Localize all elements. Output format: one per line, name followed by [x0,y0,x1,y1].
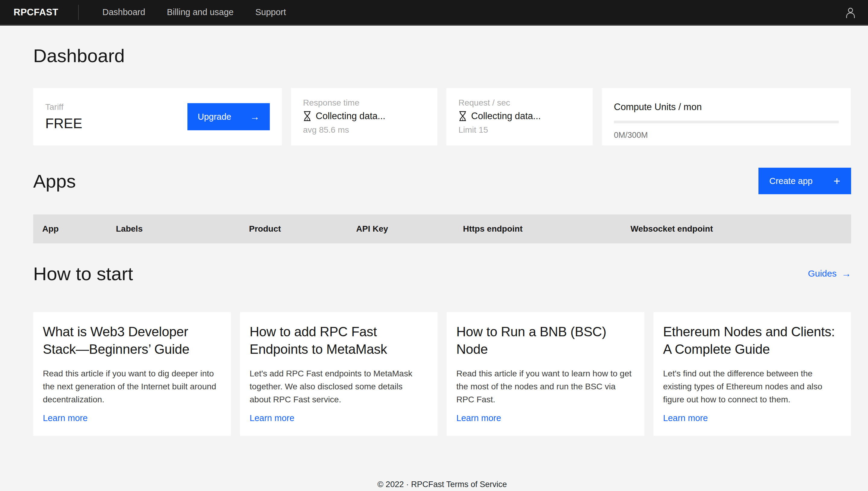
column-header-product: Product [249,224,356,234]
arrow-right-icon: → [250,112,259,121]
articles-row: What is Web3 Developer Stack—Beginners’ … [33,312,851,436]
article-description: Let's add RPC Fast endpoints to MetaMask… [250,367,427,406]
request-sec-sub: Limit 15 [458,124,581,136]
column-header-https-endpoint: Https endpoint [463,224,631,234]
tariff-card: Tariff FREE Upgrade → [33,88,282,145]
learn-more-link[interactable]: Learn more [250,413,427,423]
plus-icon: + [834,175,840,187]
main-content: Dashboard Tariff FREE Upgrade → Response… [0,45,868,489]
top-nav: RPCFAST Dashboard Billing and usage Supp… [0,0,868,26]
guides-link[interactable]: Guides → [808,268,851,279]
learn-more-link[interactable]: Learn more [43,413,220,423]
create-app-button-label: Create app [769,176,813,186]
article-card-ethereum-nodes: Ethereum Nodes and Clients: A Complete G… [653,312,851,436]
footer-copyright[interactable]: © 2022 · RPCFast Terms of Service [33,480,851,489]
request-sec-label: Request / sec [458,97,581,108]
article-title: Ethereum Nodes and Clients: A Complete G… [663,323,840,358]
upgrade-button[interactable]: Upgrade → [188,103,270,130]
response-time-sub: avg 85.6 ms [303,124,425,136]
apps-table-header: App Labels Product API Key Https endpoin… [33,214,851,243]
user-icon [845,7,856,18]
learn-more-link[interactable]: Learn more [456,413,634,423]
article-card-bnb-node: How to Run a BNB (BSC) Node Read this ar… [447,312,644,436]
column-header-app: App [42,224,116,234]
column-header-websocket-endpoint: Websocket endpoint [631,224,851,234]
response-time-status-text: Collecting data... [316,110,385,123]
request-sec-status: Collecting data... [458,110,581,123]
article-card-web3-stack: What is Web3 Developer Stack—Beginners’ … [33,312,231,436]
stats-row: Tariff FREE Upgrade → Response time Coll… [33,88,851,145]
request-sec-card: Request / sec Collecting data... Limit 1… [446,88,593,145]
page-title: Dashboard [33,45,851,67]
response-time-status: Collecting data... [303,110,425,123]
article-title: What is Web3 Developer Stack—Beginners’ … [43,323,220,358]
how-to-start-title: How to start [33,263,133,284]
column-header-api-key: API Key [356,224,463,234]
nav-divider [78,5,79,20]
article-description: Read this article if you want to learn h… [456,367,634,406]
compute-units-label: Compute Units / mon [614,102,839,113]
guides-link-label: Guides [808,268,837,279]
column-header-labels: Labels [116,224,249,234]
nav-items: Dashboard Billing and usage Support [102,7,286,17]
response-time-label: Response time [303,97,425,108]
request-sec-status-text: Collecting data... [471,110,541,123]
arrow-right-icon: → [841,269,851,278]
tariff-label: Tariff [45,102,82,113]
compute-units-usage: 0M/300M [614,131,839,140]
learn-more-link[interactable]: Learn more [663,413,840,423]
compute-units-card: Compute Units / mon 0M/300M [602,88,851,145]
article-title: How to add RPC Fast Endpoints to MetaMas… [250,323,427,358]
response-time-card: Response time Collecting data... avg 85.… [291,88,437,145]
logo[interactable]: RPCFAST [13,7,58,18]
nav-item-billing-and-usage[interactable]: Billing and usage [167,7,233,17]
how-to-start-header: How to start Guides → [33,262,851,285]
apps-title: Apps [33,170,76,192]
create-app-button[interactable]: Create app + [758,168,851,194]
compute-units-progress [614,121,839,123]
tariff-info: Tariff FREE [45,102,82,132]
upgrade-button-label: Upgrade [198,112,231,122]
apps-section-header: Apps Create app + [33,168,851,194]
nav-item-support[interactable]: Support [255,7,286,17]
article-description: Let's find out the difference between th… [663,367,840,406]
tariff-value: FREE [45,115,82,132]
article-description: Read this article if you want to dig dee… [43,367,220,406]
article-title: How to Run a BNB (BSC) Node [456,323,634,358]
article-card-metamask: How to add RPC Fast Endpoints to MetaMas… [240,312,438,436]
nav-item-dashboard[interactable]: Dashboard [102,7,145,17]
hourglass-icon [458,111,467,121]
user-account-button[interactable] [844,6,857,19]
hourglass-icon [303,111,311,121]
